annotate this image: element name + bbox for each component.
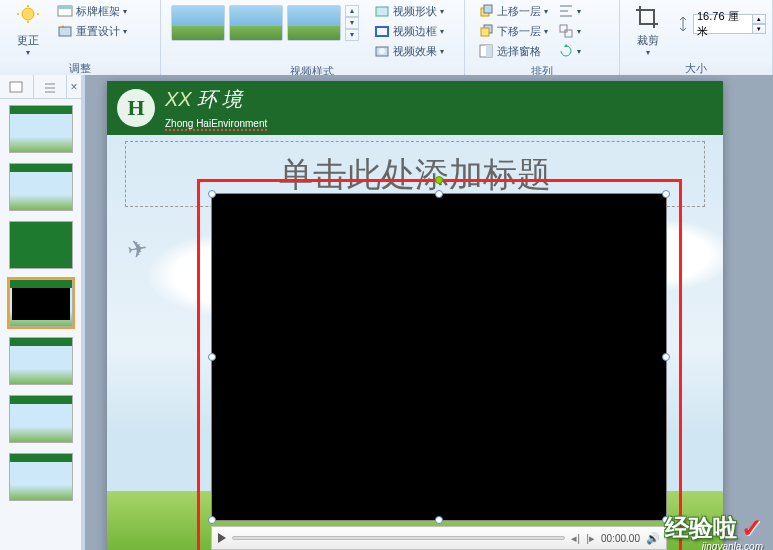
slide-thumb[interactable]: [9, 163, 73, 211]
chevron-down-icon: ▾: [577, 7, 581, 16]
prev-frame-button[interactable]: ◂|: [571, 532, 580, 545]
style-gallery[interactable]: ▴ ▾ ▾: [171, 5, 359, 41]
video-border-label: 视频边框: [393, 24, 437, 39]
bring-forward-button[interactable]: 上移一层 ▾: [475, 2, 551, 20]
slides-icon: [9, 80, 23, 94]
border-icon: [374, 23, 390, 39]
reset-design-button[interactable]: 重置设计 ▾: [54, 22, 130, 40]
brand-cn: XX 环 境: [165, 86, 267, 113]
video-effects-label: 视频效果: [393, 44, 437, 59]
height-input[interactable]: 16.76 厘米: [693, 14, 753, 34]
svg-rect-7: [59, 27, 71, 36]
slide: H XX 环 境 Zhong HaiEnvironment ✈ 单击此处添加标题: [107, 81, 723, 550]
send-backward-icon: [478, 23, 494, 39]
group-size: 裁剪 ▾ 16.76 厘米 ▴ ▾ 大小: [620, 0, 773, 74]
next-frame-button[interactable]: |▸: [586, 532, 595, 545]
panel-close[interactable]: ×: [67, 75, 81, 98]
brand-suffix: 环 境: [197, 88, 243, 110]
chevron-up-icon[interactable]: ▴: [345, 5, 359, 17]
poster-frame-button[interactable]: 标牌框架 ▾: [54, 2, 130, 20]
svg-rect-22: [565, 30, 572, 37]
poster-frame-icon: [57, 3, 73, 19]
crop-button[interactable]: 裁剪 ▾: [626, 2, 670, 57]
resize-handle[interactable]: [662, 353, 670, 361]
video-border-button[interactable]: 视频边框 ▾: [371, 22, 447, 40]
tab-slides[interactable]: [0, 75, 34, 98]
gallery-more[interactable]: ▴ ▾ ▾: [345, 5, 359, 41]
slide-canvas[interactable]: H XX 环 境 Zhong HaiEnvironment ✈ 单击此处添加标题: [85, 75, 773, 550]
chevron-down-icon[interactable]: ▾: [345, 17, 359, 29]
group-button[interactable]: ▾: [557, 22, 582, 40]
svg-rect-6: [58, 6, 72, 9]
resize-handle[interactable]: [208, 516, 216, 524]
resize-handle[interactable]: [662, 190, 670, 198]
resize-handle[interactable]: [208, 353, 216, 361]
video-object[interactable]: [211, 193, 667, 521]
chevron-down-icon: ▾: [544, 7, 548, 16]
send-backward-button[interactable]: 下移一层 ▾: [475, 22, 551, 40]
slide-thumb[interactable]: [9, 453, 73, 501]
rotate-button[interactable]: ▾: [557, 42, 582, 60]
slide-thumb[interactable]: [9, 279, 73, 327]
svg-rect-23: [10, 82, 22, 92]
resize-handle[interactable]: [435, 190, 443, 198]
chevron-down-icon: ▾: [26, 48, 30, 57]
style-thumb[interactable]: [287, 5, 341, 41]
slides-panel: ×: [0, 75, 85, 550]
chevron-down-icon: ▾: [544, 27, 548, 36]
chevron-down-icon: ▾: [646, 48, 650, 57]
height-spinner[interactable]: ▴ ▾: [752, 14, 766, 34]
video-effects-button[interactable]: 视频效果 ▾: [371, 42, 447, 60]
seek-track[interactable]: [232, 536, 565, 540]
chevron-up-icon[interactable]: ▴: [752, 14, 766, 24]
svg-rect-9: [376, 27, 388, 36]
resize-handle[interactable]: [435, 516, 443, 524]
time-display: 00:00.00: [601, 533, 640, 544]
tab-outline[interactable]: [34, 75, 68, 98]
crop-label: 裁剪: [637, 33, 659, 48]
poster-frame-label: 标牌框架: [76, 4, 120, 19]
chevron-down-icon: ▾: [440, 47, 444, 56]
watermark: 经验啦 ✓: [665, 512, 763, 544]
slide-thumb[interactable]: [9, 105, 73, 153]
slide-thumb[interactable]: [9, 337, 73, 385]
brightness-icon: [14, 4, 42, 32]
svg-rect-21: [560, 25, 567, 32]
media-controls: ◂| |▸ 00:00.00 🔊: [211, 526, 667, 550]
style-thumb[interactable]: [229, 5, 283, 41]
rotate-icon: [558, 43, 574, 59]
selection-pane-button[interactable]: 选择窗格: [475, 42, 551, 60]
play-button[interactable]: [218, 533, 226, 543]
brand-prefix: XX: [165, 88, 192, 110]
corrections-button[interactable]: 更正 ▾: [6, 2, 50, 57]
ribbon: 更正 ▾ 标牌框架 ▾ 重置设计 ▾ 调整: [0, 0, 773, 75]
reset-design-label: 重置设计: [76, 24, 120, 39]
video-shape-button[interactable]: 视频形状 ▾: [371, 2, 447, 20]
svg-point-11: [379, 48, 385, 54]
svg-point-0: [22, 8, 34, 20]
chevron-down-icon: ▾: [577, 27, 581, 36]
align-button[interactable]: ▾: [557, 2, 582, 20]
volume-icon[interactable]: 🔊: [646, 532, 660, 545]
thumbs-list[interactable]: [0, 99, 81, 550]
bring-forward-label: 上移一层: [497, 4, 541, 19]
close-icon: ×: [70, 80, 77, 94]
chevron-down-icon[interactable]: ▾: [752, 24, 766, 34]
chevron-down-icon: ▾: [123, 27, 127, 36]
more-icon[interactable]: ▾: [345, 29, 359, 41]
svg-rect-8: [376, 7, 388, 16]
send-backward-label: 下移一层: [497, 24, 541, 39]
slide-thumb[interactable]: [9, 395, 73, 443]
group-video-styles: ▴ ▾ ▾ 视频形状 ▾ 视频边框 ▾ 视频效果: [161, 0, 465, 74]
chevron-down-icon: ▾: [440, 27, 444, 36]
logo: H: [117, 89, 155, 127]
resize-handle[interactable]: [208, 190, 216, 198]
chevron-down-icon: ▾: [440, 7, 444, 16]
rotate-handle[interactable]: [435, 176, 443, 184]
shape-icon: [374, 3, 390, 19]
brand-en: Zhong HaiEnvironment: [165, 118, 267, 131]
style-thumb[interactable]: [171, 5, 225, 41]
slide-thumb[interactable]: [9, 221, 73, 269]
corrections-label: 更正: [17, 33, 39, 48]
height-icon: [676, 16, 690, 32]
